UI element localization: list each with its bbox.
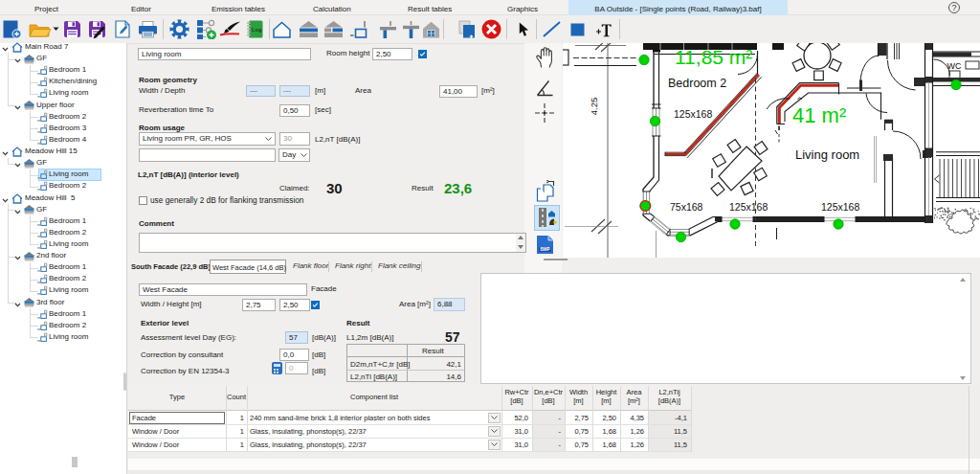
svg-text:125x168: 125x168: [729, 201, 768, 213]
svg-text:Living room: Living room: [795, 147, 859, 162]
svg-text:41 m²: 41 m²: [792, 103, 846, 127]
svg-text:BMP: BMP: [540, 247, 549, 252]
svg-text:4.25: 4.25: [589, 98, 599, 116]
svg-text:75x168: 75x168: [670, 201, 703, 213]
svg-text:Bedroom 2: Bedroom 2: [668, 77, 726, 90]
svg-text:WC: WC: [947, 61, 962, 71]
svg-text:125x168: 125x168: [674, 108, 712, 120]
svg-text:Log: Log: [252, 27, 262, 33]
svg-text:11,85 m²: 11,85 m²: [675, 46, 752, 68]
svg-text:125x168: 125x168: [821, 201, 859, 213]
